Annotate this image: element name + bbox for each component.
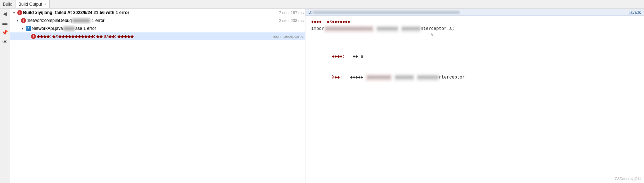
expand-icon-4[interactable] <box>25 34 30 39</box>
compile-time: 2 sec, 233 ms <box>276 17 304 24</box>
watermark: CSDddon今后时 <box>615 177 641 182</box>
compile-task-text: :network:compileDebugxxxxxxxx 1 error <box>27 17 276 24</box>
blank-line-1 <box>311 40 638 46</box>
error-message-text: ◆◆◆◆: ◆X◆◆◆◆◆◆◆◆◆◆◆: ◆◆ aλ◆◆: ◆◆◆◆◆ <box>37 33 270 40</box>
caret-indicator-line: ^ <box>311 32 638 39</box>
tab-label: Build Output <box>18 2 42 7</box>
left-sidebar: ◀ ▬ 📌 👁 <box>0 9 10 183</box>
line-number: java:6: <box>630 10 641 14</box>
eye-icon[interactable]: 👁 <box>1 38 9 45</box>
main-container: ◀ ▬ 📌 👁 ▼ ! Build xiyijiang: failed At 2… <box>0 9 644 183</box>
code-header: D:xxxxxxxxxxxxxxxxxxxxxxxxxxxxxxxxxxxxxx… <box>305 9 644 16</box>
code-panel: D:xxxxxxxxxxxxxxxxxxxxxxxxxxxxxxxxxxxxxx… <box>305 9 644 183</box>
error-icon-2: ! <box>21 18 26 23</box>
error-icon-4: ! <box>31 34 36 39</box>
code-content: ◆◆◆◆: ◆X◆◆◆◆◆◆◆ imporxxxxxxxxxxxxxxxxxx … <box>305 16 644 91</box>
error-note-label: ◆◆◆◆: ◆◆ a <box>311 46 638 67</box>
compile-task-row[interactable]: ▼ ! :network:compileDebugxxxxxxxx 1 erro… <box>10 17 305 24</box>
expand-icon-3[interactable]: ▼ <box>20 26 25 31</box>
error-icon-1: ! <box>17 10 22 15</box>
file-path: D:xxxxxxxxxxxxxxxxxxxxxxxxxxxxxxxxxxxxxx… <box>308 10 460 14</box>
minimize-icon[interactable]: ▬ <box>1 19 9 27</box>
build-label: Build: <box>3 2 14 7</box>
expand-icon-2[interactable]: ▼ <box>15 18 20 23</box>
build-root-row[interactable]: ▼ ! Build xiyijiang: failed At 2023/6/24… <box>10 9 305 17</box>
java-file-icon: J <box>26 26 31 31</box>
pin-icon[interactable]: 📌 <box>1 29 9 36</box>
back-icon[interactable]: ◀ <box>1 10 9 17</box>
error-type-line: ◆◆◆◆: ◆X◆◆◆◆◆◆◆ <box>311 19 638 26</box>
build-status-text: Build xiyijiang: failed At 2023/6/24 21:… <box>23 9 276 16</box>
top-bar: Build: Build Output × <box>0 0 644 9</box>
file-row[interactable]: ▼ J NetworkApi.javaxxxxxase 1 error <box>10 24 305 32</box>
import-line: imporxxxxxxxxxxxxxxxxxx xxxxxxxx xxxxxxx… <box>311 26 638 32</box>
expand-icon-1[interactable]: ▼ <box>12 10 17 15</box>
file-text: NetworkApi.javaxxxxxase 1 error <box>32 25 304 32</box>
build-tree-panel: ▼ ! Build xiyijiang: failed At 2023/6/24… <box>10 9 305 183</box>
tab-close-button[interactable]: × <box>44 3 46 6</box>
build-time-1: 7 sec, 187 ms <box>276 9 304 16</box>
error-location: moninterceptor :6 <box>270 33 304 40</box>
error-detail-row[interactable]: ! ◆◆◆◆: ◆X◆◆◆◆◆◆◆◆◆◆◆: ◆◆ aλ◆◆: ◆◆◆◆◆ mo… <box>10 32 305 40</box>
build-output-tab[interactable]: Build Output × <box>15 0 50 8</box>
error-note-value: λ◆◆: ◆◆◆◆◆ xxxxxxxxx xxxxxxx xxxxxxxxnte… <box>311 67 638 88</box>
